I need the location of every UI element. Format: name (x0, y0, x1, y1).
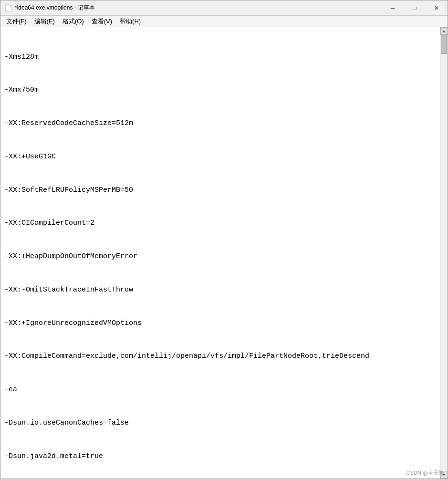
menu-file[interactable]: 文件(F) (2, 16, 31, 27)
line-10: -XX:CompileCommand=exclude,com/intellij/… (4, 351, 436, 362)
line-8: -XX:-OmitStackTraceInFastThrow (4, 284, 436, 295)
window-title: *idea64.exe.vmoptions - 记事本 (15, 4, 95, 12)
scrollbar: ▲ ▼ (440, 27, 448, 479)
line-5: -XX:SoftRefLRUPolicyMSPerMB=50 (4, 185, 436, 196)
menu-help[interactable]: 帮助(H) (116, 16, 145, 27)
watermark: CSDN @今天陕 (406, 469, 444, 477)
line-7: -XX:+HeapDumpOnOutOfMemoryError (4, 251, 436, 262)
content-area: -Xms128m -Xmx750m -XX:ReservedCodeCacheS… (0, 27, 448, 479)
notepad-window: 📄 *idea64.exe.vmoptions - 记事本 ─ □ ✕ 文件(F… (0, 0, 448, 479)
window-controls: ─ □ ✕ (382, 0, 448, 15)
line-2: -Xmx750m (4, 84, 436, 95)
line-1: -Xms128m (4, 52, 436, 62)
line-9: -XX:+IgnoreUnrecognizedVMOptions (4, 318, 436, 329)
menu-view[interactable]: 查看(V) (88, 16, 116, 27)
line-13: -Dsun.java2d.metal=true (4, 451, 436, 462)
text-editor[interactable]: -Xms128m -Xmx750m -XX:ReservedCodeCacheS… (0, 27, 440, 479)
line-11: -ea (4, 384, 436, 395)
menu-bar: 文件(F) 编辑(E) 格式(O) 查看(V) 帮助(H) (0, 16, 448, 27)
line-3: -XX:ReservedCodeCacheSize=512m (4, 118, 436, 129)
menu-format[interactable]: 格式(O) (59, 16, 88, 27)
scrollbar-thumb[interactable] (441, 35, 447, 54)
title-bar: 📄 *idea64.exe.vmoptions - 记事本 ─ □ ✕ (0, 0, 448, 16)
app-icon: 📄 (4, 4, 12, 12)
line-4: -XX:+UseG1GC (4, 151, 436, 162)
title-bar-left: 📄 *idea64.exe.vmoptions - 记事本 (4, 4, 95, 12)
scroll-up-arrow[interactable]: ▲ (440, 27, 448, 35)
line-6: -XX:CICompilerCount=2 (4, 218, 436, 229)
menu-edit[interactable]: 编辑(E) (31, 16, 59, 27)
line-12: -Dsun.io.useCanonCaches=false (4, 417, 436, 428)
scrollbar-track[interactable] (440, 35, 448, 471)
minimize-button[interactable]: ─ (382, 0, 404, 16)
close-button[interactable]: ✕ (426, 0, 448, 16)
maximize-button[interactable]: □ (404, 0, 426, 16)
